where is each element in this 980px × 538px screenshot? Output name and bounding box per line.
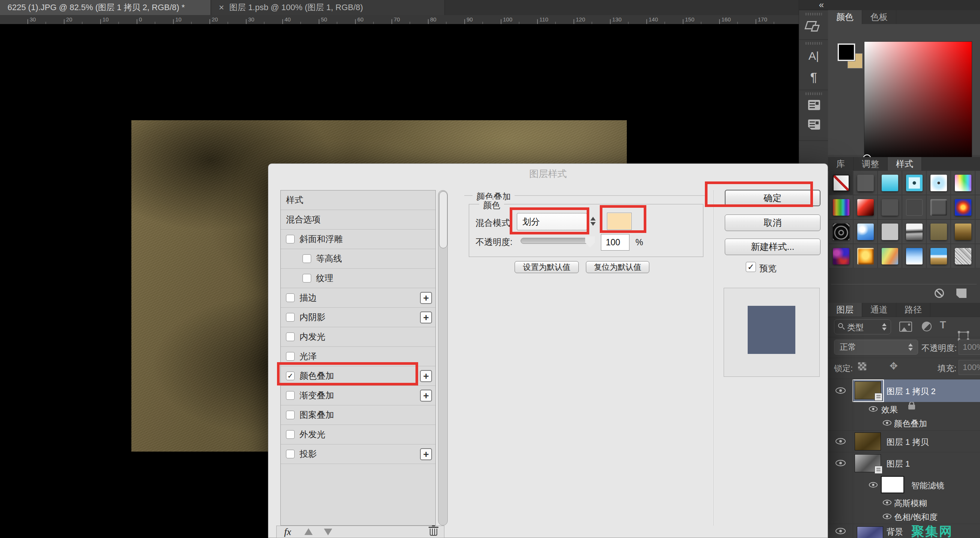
tab-close-icon[interactable]: × xyxy=(219,2,224,13)
preview-checkbox[interactable]: ✓ xyxy=(746,262,756,272)
visibility-eye-icon[interactable] xyxy=(835,460,846,466)
style-swatch-cell[interactable] xyxy=(951,195,975,219)
collapse-panels-icon[interactable]: « xyxy=(799,0,828,10)
tab-样式[interactable]: 样式 xyxy=(888,157,922,171)
opacity-slider-track[interactable] xyxy=(520,238,593,244)
style-swatch-abstract[interactable] xyxy=(833,248,850,265)
style-swatch-cell[interactable] xyxy=(902,171,926,195)
add-effect-icon[interactable]: + xyxy=(420,311,432,324)
layer-row-智能滤镜[interactable]: 智能滤镜 xyxy=(828,474,980,496)
opacity-value[interactable]: 100% xyxy=(959,340,980,354)
character-styles-panel-icon[interactable] xyxy=(808,100,820,110)
style-swatch-cell[interactable] xyxy=(902,219,926,244)
clear-style-icon[interactable] xyxy=(935,289,944,298)
style-swatch-default[interactable] xyxy=(857,175,874,191)
style-swatch-cell[interactable] xyxy=(829,171,853,195)
style-item-checkbox[interactable] xyxy=(286,294,294,302)
reset-default-button[interactable]: 复位为默认值 xyxy=(586,261,649,273)
add-effect-icon[interactable]: + xyxy=(420,370,432,382)
layer-row-图层 1 拷贝[interactable]: 图层 1 拷贝 xyxy=(828,431,980,452)
scrollbar-thumb[interactable] xyxy=(439,191,447,248)
filter-type-layers-icon[interactable]: T xyxy=(940,319,946,331)
visibility-eye-icon[interactable] xyxy=(883,500,891,505)
style-swatch-sky[interactable] xyxy=(857,224,874,240)
style-swatch-red-black[interactable] xyxy=(857,199,874,216)
style-item-checkbox[interactable] xyxy=(286,313,294,322)
style-swatch-gray-outline[interactable] xyxy=(906,199,923,216)
style-swatch-light-gray[interactable] xyxy=(882,224,898,240)
paragraph-styles-panel-icon[interactable] xyxy=(808,120,820,129)
dock-grip[interactable] xyxy=(805,42,822,45)
style-swatch-rainbow-soft[interactable] xyxy=(882,248,898,265)
style-swatch-cell[interactable] xyxy=(951,244,975,268)
visibility-eye-icon[interactable] xyxy=(869,406,878,411)
style-swatch-gray-flat[interactable] xyxy=(882,199,898,216)
layer-thumbnail[interactable] xyxy=(854,454,881,472)
style-swatch-cell[interactable] xyxy=(853,244,878,268)
style-item-图案叠加[interactable]: 图案叠加 xyxy=(281,405,435,425)
style-swatch-brown-gold[interactable] xyxy=(955,224,971,240)
move-effect-down-icon[interactable] xyxy=(324,528,332,535)
layer-row-色相/饱和度[interactable]: 色相/饱和度 xyxy=(828,509,980,524)
style-item-checkbox[interactable] xyxy=(286,332,294,341)
style-swatch-cell[interactable] xyxy=(926,244,951,268)
style-swatch-cell[interactable] xyxy=(926,219,951,244)
style-item-斜面和浮雕[interactable]: 斜面和浮雕 xyxy=(281,230,435,249)
new-style-icon[interactable] xyxy=(956,289,966,298)
dock-grip[interactable] xyxy=(805,93,822,95)
blend-mode-select[interactable]: 正常 xyxy=(834,340,918,354)
style-item-内阴影[interactable]: 内阴影+ xyxy=(281,308,435,327)
style-item-渐变叠加[interactable]: 渐变叠加+ xyxy=(281,386,435,405)
style-swatch-cell[interactable] xyxy=(878,195,902,219)
visibility-eye-icon[interactable] xyxy=(883,514,891,519)
style-swatch-cell[interactable] xyxy=(829,219,853,244)
style-item-checkbox[interactable] xyxy=(302,254,311,263)
layer-filter-box[interactable]: 类型 xyxy=(834,319,891,334)
style-swatch-cyan[interactable] xyxy=(882,175,898,191)
style-swatch-cell[interactable] xyxy=(975,244,980,268)
layer-row-效果[interactable]: 效果 xyxy=(828,402,980,416)
style-swatch-cell[interactable] xyxy=(829,195,853,219)
add-effect-icon[interactable]: + xyxy=(420,292,432,304)
visibility-eye-icon[interactable] xyxy=(835,387,846,394)
tab-颜色[interactable]: 颜色 xyxy=(828,10,862,24)
style-swatch-blue-orange[interactable] xyxy=(955,199,971,216)
smart-filter-mask-thumbnail[interactable] xyxy=(881,476,904,493)
paragraph-panel-icon[interactable]: ¶ xyxy=(799,70,828,85)
style-item-描边[interactable]: 描边+ xyxy=(281,288,435,308)
layer-row-高斯模糊[interactable]: 高斯模糊 xyxy=(828,496,980,509)
foreground-color-swatch[interactable] xyxy=(838,43,855,61)
style-swatch-noise[interactable] xyxy=(955,248,971,265)
style-swatch-cell[interactable] xyxy=(853,171,878,195)
delete-effect-icon[interactable] xyxy=(430,528,437,536)
style-item-等高线[interactable]: 等高线 xyxy=(281,249,435,269)
style-swatch-cell[interactable] xyxy=(926,195,951,219)
style-swatch-cell[interactable] xyxy=(878,219,902,244)
layer-thumbnail[interactable] xyxy=(854,433,881,450)
style-swatch-orange-bevel[interactable] xyxy=(857,248,874,265)
style-swatch-gray-bevel[interactable] xyxy=(931,199,947,216)
document-tab[interactable]: ×图层 1.psb @ 100% (图层 1, RGB/8) xyxy=(211,0,445,15)
clone-source-panel-icon[interactable] xyxy=(806,19,821,35)
style-swatch-cell[interactable] xyxy=(975,195,980,219)
stepper-updown-icon[interactable] xyxy=(590,216,597,227)
character-panel-icon[interactable]: A| xyxy=(799,49,828,62)
add-effect-icon[interactable]: + xyxy=(420,448,432,460)
style-item-checkbox[interactable] xyxy=(302,274,311,283)
style-swatch-cell[interactable] xyxy=(975,219,980,244)
style-swatch-cell[interactable] xyxy=(829,244,853,268)
fill-value[interactable]: 100% xyxy=(959,360,980,375)
dock-grip[interactable] xyxy=(805,13,822,15)
style-item-样式[interactable]: 样式 xyxy=(281,190,435,210)
tab-色板[interactable]: 色板 xyxy=(862,10,896,24)
style-swatch-rainbow-white[interactable] xyxy=(955,175,971,191)
filter-pixel-layers-icon[interactable] xyxy=(899,322,912,332)
layer-row-背景[interactable]: 背景 xyxy=(828,524,980,538)
style-swatch-rings[interactable] xyxy=(833,224,850,240)
layer-row-颜色叠加[interactable]: 颜色叠加 xyxy=(828,416,980,430)
lock-position-icon[interactable]: ✥ xyxy=(889,361,898,370)
new-style-button[interactable]: 新建样式... xyxy=(725,239,821,255)
layer-row-图层 1 拷贝 2[interactable]: 图层 1 拷贝 2 xyxy=(828,380,980,402)
style-swatch-cell[interactable] xyxy=(878,244,902,268)
layer-thumbnail[interactable] xyxy=(857,526,883,538)
